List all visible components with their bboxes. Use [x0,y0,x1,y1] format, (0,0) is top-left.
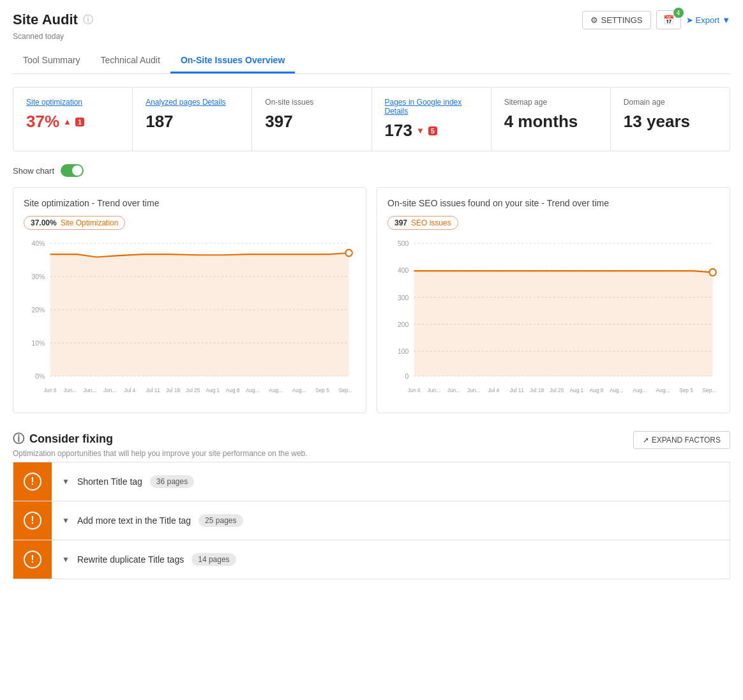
svg-text:Aug...: Aug... [633,387,647,393]
svg-marker-10 [50,253,349,376]
seo-issues-chart-title: On-site SEO issues found on your site - … [387,198,719,208]
svg-text:Aug 1: Aug 1 [570,387,584,393]
seo-issues-chart-area: 500 400 300 200 100 0 Jun 6 Jun... Jun..… [387,236,719,402]
svg-text:Jun...: Jun... [467,387,480,393]
fix-item-1-chevron[interactable]: ▼ [62,477,70,486]
consider-fixing-section: ⓘ Consider fixing Optimization opportuni… [13,431,730,579]
tab-on-site-issues[interactable]: On-Site Issues Overview [170,49,295,73]
consider-fixing-header: ⓘ Consider fixing Optimization opportuni… [13,431,730,458]
fix-item-2-content: ▼ Add more text in the Title tag 25 page… [52,506,730,535]
export-button[interactable]: ➤ Export ▼ [686,15,730,25]
svg-text:Jul 11: Jul 11 [146,387,160,393]
svg-text:Jun 6: Jun 6 [43,387,57,393]
stat-analyzed-pages: Analyzed pages Details 187 [133,88,252,151]
stat-sitemap-age-label: Sitemap age [504,98,597,107]
svg-text:Aug...: Aug... [269,387,283,393]
svg-text:Aug...: Aug... [292,387,306,393]
stat-onsite-issues-value: 397 [265,112,358,132]
fix-item-3-icon-col: ! [13,540,52,579]
svg-text:Jul 25: Jul 25 [550,387,564,393]
consider-fixing-title-row: ⓘ Consider fixing [13,431,308,446]
svg-text:Jun 6: Jun 6 [407,387,421,393]
fix-items-list: ! ▼ Shorten Title tag 36 pages ! ▼ Add m… [13,462,730,579]
stats-row: Site optimization 37% ▲ 1 Analyzed pages… [13,87,730,151]
fix-item-2-text: Add more text in the Title tag [77,515,191,526]
fix-item-rewrite-duplicate: ! ▼ Rewrite duplicate Title tags 14 page… [13,540,730,579]
tab-tool-summary[interactable]: Tool Summary [13,49,90,73]
settings-button[interactable]: ⚙ SETTINGS [582,11,651,29]
pages-google-details-link[interactable]: Details [385,107,409,116]
svg-text:Sep 5: Sep 5 [679,387,693,393]
stat-site-optimization: Site optimization 37% ▲ 1 [13,88,133,151]
consider-fixing-desc: Optimization opportunities that will hel… [13,449,308,458]
scanned-text: Scanned today [13,32,730,41]
svg-marker-39 [414,271,713,376]
svg-text:Aug...: Aug... [246,387,260,393]
svg-text:Jul 11: Jul 11 [510,387,524,393]
optimization-chart-box: Site optimization - Trend over time 37.0… [13,187,366,413]
export-icon: ➤ [686,15,693,25]
stat-pages-google-label[interactable]: Pages in Google index Details [385,98,478,116]
stat-sitemap-age-value: 4 months [504,112,597,132]
expand-factors-button[interactable]: ➚ EXPAND FACTORS [633,431,730,449]
analyzed-pages-details-link[interactable]: Details [202,98,226,107]
optimization-chart-svg: 40% 30% 20% 10% 0% Jun 6 Jun... Jun... [24,236,356,402]
fix-item-add-title-text: ! ▼ Add more text in the Title tag 25 pa… [13,501,730,540]
help-icon[interactable]: ⓘ [83,13,93,27]
stat-pages-google-value: 173 ▼ 5 [385,121,478,141]
calendar-icon: 📅 [663,15,674,25]
svg-text:10%: 10% [31,339,45,347]
stat-sitemap-age: Sitemap age 4 months [492,88,611,151]
stat-onsite-issues: On-site issues 397 [252,88,372,151]
stat-domain-age-label: Domain age [624,98,717,107]
fix-item-1-text: Shorten Title tag [77,476,142,487]
tab-technical-audit[interactable]: Technical Audit [90,49,170,73]
svg-text:400: 400 [398,266,409,274]
charts-row: Site optimization - Trend over time 37.0… [13,187,730,413]
svg-text:200: 200 [398,321,409,328]
show-chart-row: Show chart [13,164,730,177]
fix-item-3-text: Rewrite duplicate Title tags [77,554,184,565]
svg-point-40 [709,269,716,276]
stat-pages-google: Pages in Google index Details 173 ▼ 5 [372,88,492,151]
svg-text:500: 500 [398,240,409,247]
fix-item-1-alert-icon: ! [24,473,41,491]
stat-site-optimization-label[interactable]: Site optimization [26,98,119,107]
calendar-badge: 4 [673,8,684,18]
seo-issues-chart-svg: 500 400 300 200 100 0 Jun 6 Jun... Jun..… [387,236,719,402]
svg-text:300: 300 [398,293,409,301]
optimization-chart-area: 40% 30% 20% 10% 0% Jun 6 Jun... Jun... [24,236,356,402]
show-chart-toggle[interactable] [61,164,84,177]
svg-text:100: 100 [398,347,409,355]
calendar-button[interactable]: 📅 4 [656,10,681,29]
fix-item-1-icon-col: ! [13,462,52,501]
svg-text:Jul 18: Jul 18 [530,387,544,393]
fix-item-3-chevron[interactable]: ▼ [62,555,70,564]
svg-text:Aug 8: Aug 8 [590,387,604,393]
fix-item-shorten-title: ! ▼ Shorten Title tag 36 pages [13,462,730,501]
show-chart-label: Show chart [13,166,54,176]
svg-text:Jun...: Jun... [447,387,460,393]
svg-text:30%: 30% [31,273,45,280]
svg-text:Aug...: Aug... [656,387,670,393]
expand-icon: ➚ [643,436,649,445]
stat-analyzed-pages-label[interactable]: Analyzed pages Details [146,98,239,107]
seo-issues-chart-badge: 397 SEO issues [387,216,458,230]
svg-text:Sep...: Sep... [703,387,717,393]
fix-item-2-alert-icon: ! [24,512,41,529]
fix-item-2-chevron[interactable]: ▼ [62,516,70,525]
svg-text:20%: 20% [31,306,45,314]
chevron-down-icon: ▼ [722,15,730,25]
svg-text:Jun...: Jun... [103,387,116,393]
svg-text:Sep...: Sep... [339,387,353,393]
consider-fixing-title: Consider fixing [29,432,113,446]
svg-text:Jun...: Jun... [64,387,77,393]
fix-item-1-content: ▼ Shorten Title tag 36 pages [52,468,730,496]
stat-optimization-badge: 1 [75,118,84,126]
fix-item-2-icon-col: ! [13,501,52,540]
svg-text:Jul 25: Jul 25 [186,387,200,393]
stat-domain-age: Domain age 13 years [611,88,730,151]
svg-text:0%: 0% [35,372,45,380]
svg-text:Jun...: Jun... [84,387,96,393]
stat-site-optimization-value: 37% ▲ 1 [26,112,119,132]
